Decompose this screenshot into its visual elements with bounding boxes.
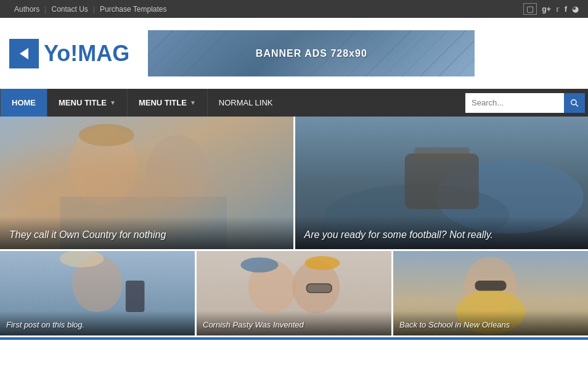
nav-item-menu1[interactable]: MENU TITLE ▼ (47, 89, 128, 117)
logo-accent: Yo! (44, 41, 78, 66)
card-outdoor[interactable]: Back to School in New Orleans (391, 251, 588, 335)
svg-point-22 (304, 256, 340, 269)
small-cards-row: First post on this blog. (0, 249, 588, 335)
svg-point-7 (79, 124, 134, 146)
card-selfie-overlay: First post on this blog. (0, 311, 195, 335)
card-selfie-title: First post on this blog. (6, 320, 189, 331)
social-icons: ▢ g+ 𝕣 f ◕ (523, 3, 579, 15)
rss-icon[interactable]: ◕ (572, 4, 579, 14)
contact-link[interactable]: Contact Us (46, 5, 92, 14)
search-input[interactable] (465, 93, 564, 113)
card-travel-title: Are you ready for some football? Not rea… (304, 229, 579, 242)
nav-items: HOME MENU TITLE ▼ MENU TITLE ▼ NORMAL LI… (0, 89, 465, 117)
top-bar-links: Authors | Contact Us | Purchase Template… (9, 5, 171, 14)
logo-chevron-icon (15, 45, 33, 62)
nav-menu1-arrow: ▼ (110, 99, 116, 106)
card-friends-title: Cornish Pasty Was Invented (203, 320, 385, 331)
card-friends[interactable]: Cornish Pasty Was Invented (195, 251, 391, 335)
instagram-icon[interactable]: ▢ (523, 3, 537, 15)
nav-menu2-label: MENU TITLE (139, 98, 187, 107)
site-header: Yo!MAG BANNER ADS 728x90 (0, 18, 588, 89)
banner-ad[interactable]: BANNER ADS 728x90 (148, 30, 475, 76)
nav-item-home[interactable]: HOME (0, 89, 47, 117)
nav-item-menu2[interactable]: MENU TITLE ▼ (128, 89, 208, 117)
svg-rect-11 (404, 154, 478, 209)
nav-home-label: HOME (12, 98, 36, 107)
content-grid: They call it Own Country for nothing (0, 117, 588, 335)
googleplus-icon[interactable]: g+ (542, 5, 550, 14)
card-travel-overlay: Are you ready for some football? Not rea… (295, 216, 589, 249)
svg-rect-23 (306, 284, 332, 292)
card-ladies-title: They call it Own Country for nothing (9, 229, 284, 242)
svg-point-21 (240, 257, 278, 272)
card-outdoor-overlay: Back to School in New Orleans (393, 311, 588, 335)
card-ladies[interactable]: They call it Own Country for nothing (0, 117, 293, 249)
nav-normal-label: NORMAL LINK (219, 98, 273, 107)
svg-line-2 (576, 104, 578, 107)
facebook-icon[interactable]: f (565, 4, 567, 14)
svg-point-4 (70, 126, 137, 206)
card-travel[interactable]: Are you ready for some football? Not rea… (293, 117, 589, 249)
svg-point-1 (571, 99, 576, 104)
search-icon (570, 99, 579, 107)
banner-ad-text: BANNER ADS 728x90 (256, 48, 367, 59)
svg-rect-12 (414, 147, 469, 160)
card-friends-overlay: Cornish Pasty Was Invented (197, 311, 391, 335)
svg-marker-0 (20, 47, 28, 59)
logo-main: MAG (78, 41, 129, 66)
bottom-accent-border (0, 337, 588, 340)
top-bar: Authors | Contact Us | Purchase Template… (0, 0, 588, 18)
svg-rect-27 (475, 281, 507, 290)
logo-text: Yo!MAG (44, 41, 129, 67)
twitter-icon[interactable]: 𝕣 (556, 5, 560, 14)
card-selfie[interactable]: First post on this blog. (0, 251, 195, 335)
nav-item-normal[interactable]: NORMAL LINK (208, 89, 284, 117)
svg-point-5 (147, 135, 208, 209)
nav-menu2-arrow: ▼ (190, 99, 196, 106)
site-logo[interactable]: Yo!MAG (9, 39, 129, 68)
logo-icon (9, 39, 39, 68)
authors-link[interactable]: Authors (9, 5, 44, 14)
nav-search (465, 93, 588, 113)
nav-menu1-label: MENU TITLE (59, 98, 107, 107)
large-cards-row: They call it Own Country for nothing (0, 117, 588, 249)
search-button[interactable] (564, 93, 585, 113)
card-ladies-overlay: They call it Own Country for nothing (0, 216, 293, 249)
purchase-link[interactable]: Purchase Templates (95, 5, 172, 14)
main-nav: HOME MENU TITLE ▼ MENU TITLE ▼ NORMAL LI… (0, 89, 588, 117)
card-outdoor-title: Back to School in New Orleans (399, 320, 582, 331)
svg-rect-16 (126, 281, 145, 312)
